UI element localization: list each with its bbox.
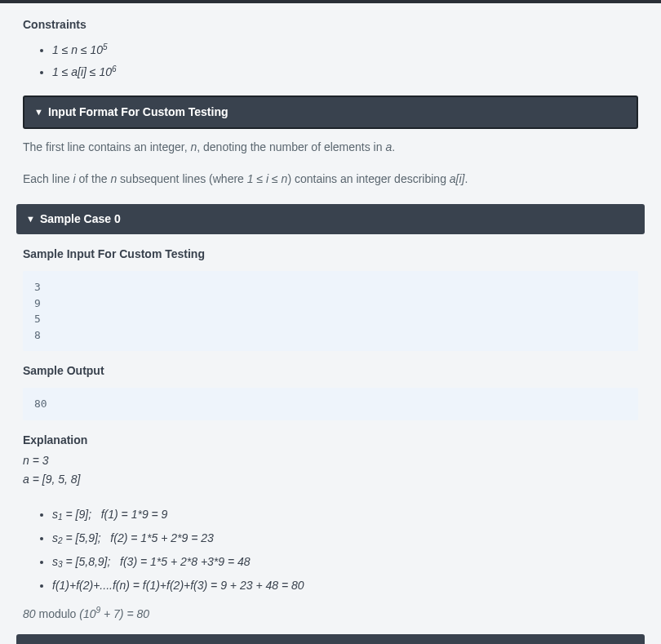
sample-case-0-title: Sample Case 0 [40, 211, 121, 228]
calc-item: s3 = [5,8,9]; f(3) = 1*5 + 2*8 +3*9 = 48 [52, 553, 638, 571]
input-format-wrap: ▼ Input Format For Custom Testing The fi… [8, 95, 653, 193]
constraint-item: 1 ≤ n ≤ 105 [52, 42, 638, 59]
input-format-body-2: Each line i of the n subsequent lines (w… [23, 161, 638, 193]
constraints-list: 1 ≤ n ≤ 105 1 ≤ a[i] ≤ 106 [23, 42, 638, 81]
calc-item: s1 = [9]; f(1) = 1*9 = 9 [52, 506, 638, 523]
sample-case-1-wrap: ▼ Sample Case 1 [8, 634, 653, 645]
sample-input-code: 3 9 5 8 [23, 271, 638, 351]
content-container: Constraints 1 ≤ n ≤ 105 1 ≤ a[i] ≤ 106 ▼… [0, 3, 661, 644]
sample-case-0-body: Sample Input For Custom Testing 3 9 5 8 … [8, 246, 653, 628]
sample-case-1-title: Sample Case 1 [40, 641, 121, 645]
constraint-item: 1 ≤ a[i] ≤ 106 [52, 64, 638, 81]
chevron-down-icon: ▼ [26, 215, 35, 224]
explanation-line: a = [9, 5, 8] [23, 471, 638, 488]
chevron-down-icon: ▼ [34, 108, 43, 117]
constraints-heading: Constraints [23, 16, 638, 33]
explanation-line: n = 3 [23, 452, 638, 469]
calc-item: f(1)+f(2)+....f(n) = f(1)+f(2)+f(3) = 9 … [52, 577, 638, 594]
input-format-header[interactable]: ▼ Input Format For Custom Testing [23, 95, 638, 129]
sample-case-0-header[interactable]: ▼ Sample Case 0 [16, 204, 645, 234]
sample-output-heading: Sample Output [23, 362, 638, 380]
sample-case-1-header[interactable]: ▼ Sample Case 1 [16, 634, 645, 645]
explanation-heading: Explanation [23, 432, 638, 449]
explanation-lines: n = 3 a = [9, 5, 8] [23, 452, 638, 488]
sample-input-heading: Sample Input For Custom Testing [23, 246, 638, 263]
explanation-calc-list: s1 = [9]; f(1) = 1*9 = 9 s2 = [5,9]; f(2… [23, 506, 638, 594]
sample-case-0-wrap: ▼ Sample Case 0 [8, 204, 653, 234]
input-format-body-1: The first line contains an integer, n, d… [23, 129, 638, 161]
constraints-section: Constraints 1 ≤ n ≤ 105 1 ≤ a[i] ≤ 106 [8, 16, 653, 81]
input-format-title: Input Format For Custom Testing [48, 104, 228, 121]
calc-item: s2 = [5,9]; f(2) = 1*5 + 2*9 = 23 [52, 530, 638, 547]
sample-output-code: 80 [23, 388, 638, 420]
modulo-line: 80 modulo (109 + 7) = 80 [23, 606, 638, 628]
